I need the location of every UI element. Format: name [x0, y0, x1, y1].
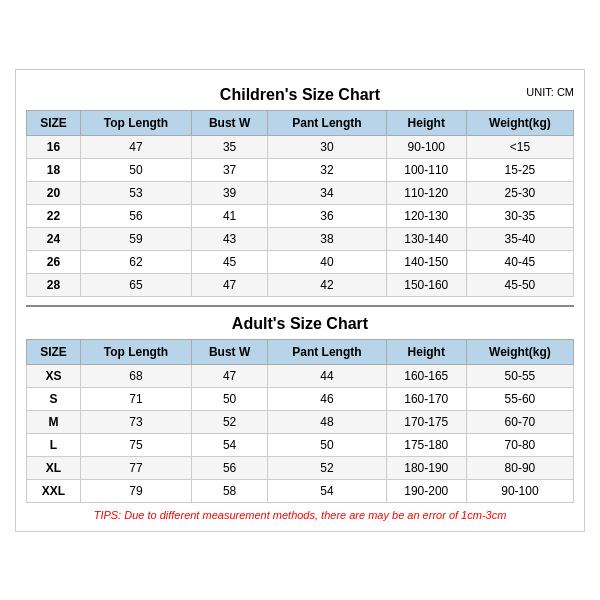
table-cell: 30-35: [466, 204, 573, 227]
table-cell: 100-110: [386, 158, 466, 181]
table-cell: 55-60: [466, 387, 573, 410]
table-cell: 15-25: [466, 158, 573, 181]
adults-size-table: SIZE Top Length Bust W Pant Length Heigh…: [26, 339, 574, 503]
table-row: 20533934110-12025-30: [27, 181, 574, 204]
table-cell: 30: [268, 135, 386, 158]
table-cell: 77: [80, 456, 191, 479]
table-cell: 54: [268, 479, 386, 502]
table-cell: 53: [80, 181, 191, 204]
table-row: 1647353090-100<15: [27, 135, 574, 158]
table-cell: 20: [27, 181, 81, 204]
size-chart-container: Children's Size Chart UNIT: CM SIZE Top …: [15, 69, 585, 532]
adults-title: Adult's Size Chart: [26, 305, 574, 335]
table-cell: 40: [268, 250, 386, 273]
table-cell: 37: [192, 158, 268, 181]
table-cell: 34: [268, 181, 386, 204]
table-cell: 47: [80, 135, 191, 158]
col-header-bustw-a: Bust W: [192, 339, 268, 364]
table-cell: 140-150: [386, 250, 466, 273]
table-cell: 50-55: [466, 364, 573, 387]
table-cell: 26: [27, 250, 81, 273]
table-cell: S: [27, 387, 81, 410]
table-cell: 43: [192, 227, 268, 250]
table-cell: 50: [80, 158, 191, 181]
table-cell: 32: [268, 158, 386, 181]
table-cell: 41: [192, 204, 268, 227]
table-row: L755450175-18070-80: [27, 433, 574, 456]
col-header-weight-a: Weight(kg): [466, 339, 573, 364]
table-cell: 50: [268, 433, 386, 456]
children-size-table: SIZE Top Length Bust W Pant Length Heigh…: [26, 110, 574, 297]
table-cell: 44: [268, 364, 386, 387]
table-cell: 60-70: [466, 410, 573, 433]
table-cell: 90-100: [386, 135, 466, 158]
table-cell: 75: [80, 433, 191, 456]
children-table-body: 1647353090-100<1518503732100-11015-25205…: [27, 135, 574, 296]
table-cell: 42: [268, 273, 386, 296]
table-cell: 130-140: [386, 227, 466, 250]
table-row: XL775652180-19080-90: [27, 456, 574, 479]
table-row: S715046160-17055-60: [27, 387, 574, 410]
table-cell: 59: [80, 227, 191, 250]
table-cell: 52: [268, 456, 386, 479]
table-cell: 18: [27, 158, 81, 181]
table-cell: 65: [80, 273, 191, 296]
col-header-pantlength-a: Pant Length: [268, 339, 386, 364]
table-cell: 180-190: [386, 456, 466, 479]
table-cell: 16: [27, 135, 81, 158]
table-cell: 56: [80, 204, 191, 227]
col-header-bustw-c: Bust W: [192, 110, 268, 135]
table-cell: 54: [192, 433, 268, 456]
table-cell: XL: [27, 456, 81, 479]
table-cell: 47: [192, 364, 268, 387]
table-cell: 110-120: [386, 181, 466, 204]
table-cell: 90-100: [466, 479, 573, 502]
table-cell: 45: [192, 250, 268, 273]
table-cell: 170-175: [386, 410, 466, 433]
table-cell: 70-80: [466, 433, 573, 456]
table-cell: L: [27, 433, 81, 456]
table-row: 22564136120-13030-35: [27, 204, 574, 227]
table-row: 26624540140-15040-45: [27, 250, 574, 273]
table-cell: 73: [80, 410, 191, 433]
adults-header-row: SIZE Top Length Bust W Pant Length Heigh…: [27, 339, 574, 364]
table-row: XXL795854190-20090-100: [27, 479, 574, 502]
table-cell: 62: [80, 250, 191, 273]
table-cell: 50: [192, 387, 268, 410]
table-cell: 58: [192, 479, 268, 502]
table-cell: 39: [192, 181, 268, 204]
table-cell: 24: [27, 227, 81, 250]
col-header-height-a: Height: [386, 339, 466, 364]
table-row: 28654742150-16045-50: [27, 273, 574, 296]
table-cell: 38: [268, 227, 386, 250]
table-cell: 79: [80, 479, 191, 502]
table-cell: 160-170: [386, 387, 466, 410]
table-cell: 22: [27, 204, 81, 227]
table-cell: <15: [466, 135, 573, 158]
table-cell: 28: [27, 273, 81, 296]
table-cell: M: [27, 410, 81, 433]
table-cell: XXL: [27, 479, 81, 502]
table-row: 18503732100-11015-25: [27, 158, 574, 181]
table-cell: 56: [192, 456, 268, 479]
table-cell: 45-50: [466, 273, 573, 296]
table-cell: 175-180: [386, 433, 466, 456]
table-cell: 47: [192, 273, 268, 296]
col-header-height-c: Height: [386, 110, 466, 135]
adults-table-body: XS684744160-16550-55S715046160-17055-60M…: [27, 364, 574, 502]
col-header-toplength-a: Top Length: [80, 339, 191, 364]
table-cell: 52: [192, 410, 268, 433]
table-row: 24594338130-14035-40: [27, 227, 574, 250]
col-header-toplength-c: Top Length: [80, 110, 191, 135]
table-row: XS684744160-16550-55: [27, 364, 574, 387]
tips-text: TIPS: Due to different measurement metho…: [26, 509, 574, 521]
table-cell: 40-45: [466, 250, 573, 273]
table-cell: 120-130: [386, 204, 466, 227]
table-cell: 190-200: [386, 479, 466, 502]
col-header-size-c: SIZE: [27, 110, 81, 135]
table-cell: 35-40: [466, 227, 573, 250]
table-cell: 36: [268, 204, 386, 227]
table-cell: 150-160: [386, 273, 466, 296]
main-title: Children's Size Chart UNIT: CM: [26, 80, 574, 106]
col-header-weight-c: Weight(kg): [466, 110, 573, 135]
